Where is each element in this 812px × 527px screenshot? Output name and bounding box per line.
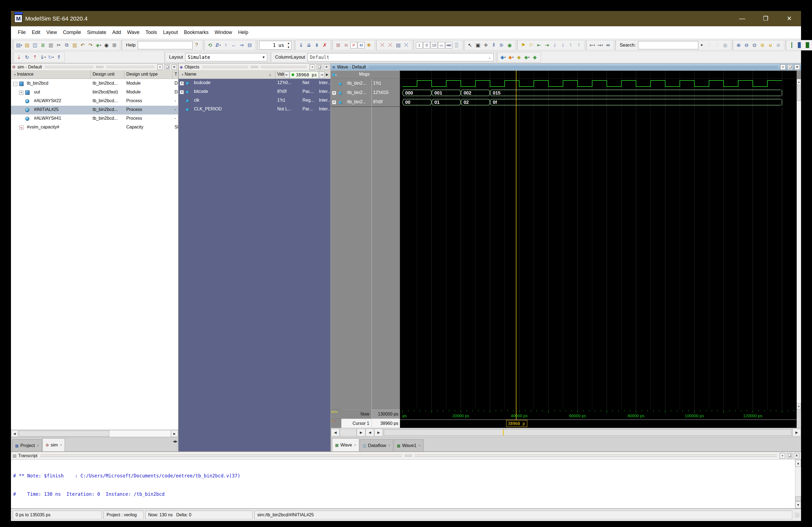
pointer-icon[interactable]: ↖ [466,41,474,49]
tab-close-icon[interactable]: × [419,444,421,448]
objects-expand-button[interactable]: + [309,64,315,70]
object-row-bitcode[interactable]: + ◆ bitcode 8'h0f Pac... Inter... [179,88,330,97]
zoom-mode-icon[interactable]: ⊛ [775,41,782,49]
scroll-up-icon[interactable]: ▲ [797,79,801,85]
refresh-icon[interactable]: ↻ [23,54,31,61]
expand-time-left-icon[interactable]: ⇜▾ [589,41,596,49]
minimize-button[interactable]: — [730,11,754,26]
collapse-icon[interactable]: - [13,82,17,86]
zoom-full-icon[interactable]: ⊙ [751,41,758,49]
stop-hand-icon[interactable]: ✱ [365,41,373,49]
wave-vertical-scrollbar[interactable]: ▲ ▼ [797,71,801,410]
transcript-grip[interactable] [405,455,412,457]
tree-row-tb-bin2bcd[interactable]: - tb_bin2bcd tb_bin2bcd... Module D [11,79,178,88]
sim-panel-header[interactable]: ⚙ sim - Default + ❏ ✕ [11,63,178,71]
pop-up-icon[interactable]: ⇡ [31,54,39,61]
tab-close-icon[interactable]: × [60,443,62,447]
tab-wave[interactable]: ▦ Wave× [332,438,359,451]
tab-dataflow[interactable]: ◫ Dataflow× [360,439,393,451]
select-mode-icon[interactable]: ▊ [796,41,803,49]
forward-context-icon[interactable]: ⇒ [238,41,245,49]
coverage-reload-icon[interactable]: ◆▾ [507,54,515,61]
force-0-icon[interactable]: 0 [423,42,430,48]
sim-column-header[interactable]: ▼ Instance Design unit Design unit type … [11,71,178,79]
spin-down-icon[interactable]: ▼ [286,45,291,49]
objects-panel-grip[interactable] [251,66,258,68]
menu-add[interactable]: Add [109,28,124,37]
transcript-scrollbar[interactable]: ▲ ▼ [795,459,801,508]
columnlayout-combobox[interactable]: Default ⌄ [307,53,494,61]
cursor-mode-icon[interactable]: ┃ [788,41,796,49]
scroll-right-icon[interactable]: ▶ [171,430,178,437]
zoom-in-icon[interactable]: ⊕ [735,41,742,49]
up-context-icon[interactable]: ↑ [222,41,230,49]
transcript-expand-button[interactable]: + [780,453,785,458]
edit-bus-icon[interactable]: ⊪ [498,41,505,49]
push-down-icon[interactable]: ⇓▾ [39,54,47,61]
scroll-thumb[interactable] [796,496,801,501]
tab-close-icon[interactable]: × [354,443,356,447]
move-mode-icon[interactable]: ✛ [482,41,490,49]
objects-panel-header[interactable]: ◆ Objects + ❏ ✕ [179,63,330,71]
objects-column-header[interactable]: ▼ Name △ Value ⇤ 38960 ps ⇥ ▶ [179,71,330,79]
cursor-track[interactable]: 38960 p [400,419,797,428]
filter-triangle-icon[interactable]: ▼ [182,73,184,76]
wave-row-bcdcode[interactable]: + ◆ /tb_bin2... 12'h015 [331,88,400,98]
zoom-cursor-icon[interactable]: ⊚ [759,41,766,49]
tab-scroll-icons[interactable]: ◀▶ [173,440,177,443]
scroll-left-icon[interactable]: ◀ [331,429,340,436]
search-input[interactable] [638,41,698,49]
next-fall-icon[interactable]: ⇂ [559,41,567,49]
pop-down-icon[interactable]: ⇣ [15,54,23,61]
coverage-save-icon[interactable]: ◆▾ [499,54,507,61]
wave-panel-header[interactable]: ≋ Wave - Default + ❏ ✕ [331,63,801,71]
msgs-column-header[interactable]: Msgs [359,72,369,77]
find-icon[interactable]: ◉ [103,41,110,49]
resize-grip[interactable] [795,512,799,517]
expand-icon[interactable]: + [332,91,336,95]
copy-icon[interactable]: ⧉ [63,41,70,49]
back-context-icon[interactable]: ← [230,41,237,49]
push-up-icon[interactable]: ⇑ [55,54,62,61]
run-all-icon[interactable]: ⇟ [313,41,320,49]
checkpoint-icon[interactable]: ▤ [394,41,402,49]
object-row-clk-period[interactable]: ◆ CLK_PERIOD Not L... Par... Inter... [179,105,330,114]
timeline-ruler[interactable]: ps20000 ps40000 ps60000 ps80000 ps100000… [400,410,797,419]
force-10-icon[interactable]: 10 [431,42,437,48]
scroll-thumb[interactable] [19,430,109,437]
tab-sim[interactable]: ⚙ sim× [42,438,65,451]
menu-wave[interactable]: Wave [124,28,143,37]
search-next-icon[interactable]: ◌ [714,41,721,49]
scroll-down-icon[interactable]: ▼ [797,404,801,410]
columnlayout-dropdown-icon[interactable]: ⌄ [486,54,493,61]
new-file-icon[interactable]: ▤▾ [15,41,23,49]
menu-simulate[interactable]: Simulate [84,28,109,37]
menu-tools[interactable]: Tools [143,28,160,37]
tree-row-vsim-capacity[interactable]: ∿ #vsim_capacity# Capacity St [11,123,178,132]
close-button[interactable]: ✕ [778,11,801,26]
layout-combobox[interactable]: Simulate ▼ [185,53,267,61]
expand-icon[interactable]: + [19,91,23,95]
kill-sim-icon[interactable]: ⊠ [334,41,342,49]
coverage-report-icon[interactable]: ◆ [531,54,539,61]
x-next-icon[interactable]: ⤬ [387,41,394,49]
wave-stop-icon[interactable]: ≋ [343,41,350,49]
menu-layout[interactable]: Layout [160,28,181,37]
pause-icon[interactable]: ‖ [490,41,497,49]
menu-view[interactable]: View [43,28,60,37]
tree-row-initial25[interactable]: #INITIAL#25 tb_bin2bcd... Process - [11,106,178,115]
profile-icon[interactable]: P [350,42,357,48]
undo-icon[interactable]: ↶ [79,41,86,49]
help-input[interactable] [138,41,192,49]
force-clock-icon[interactable]: ⋘ [446,42,452,48]
sim-settings-icon[interactable]: ⊟ [246,41,253,49]
tab-close-icon[interactable]: × [37,444,39,448]
continue-run-icon[interactable]: ⇊ [305,41,313,49]
paste-icon[interactable]: ▥ [71,41,78,49]
x-prev-icon[interactable]: ⤫ [379,41,386,49]
compile-icon[interactable]: ≣ [39,41,47,49]
sim-undock-button[interactable]: ❏ [164,64,170,70]
save-icon[interactable]: ◫ [31,41,39,49]
run-length-spinner[interactable]: 1 us ▲▼ [259,41,291,49]
stop-light-icon[interactable]: ◉ [506,41,513,49]
